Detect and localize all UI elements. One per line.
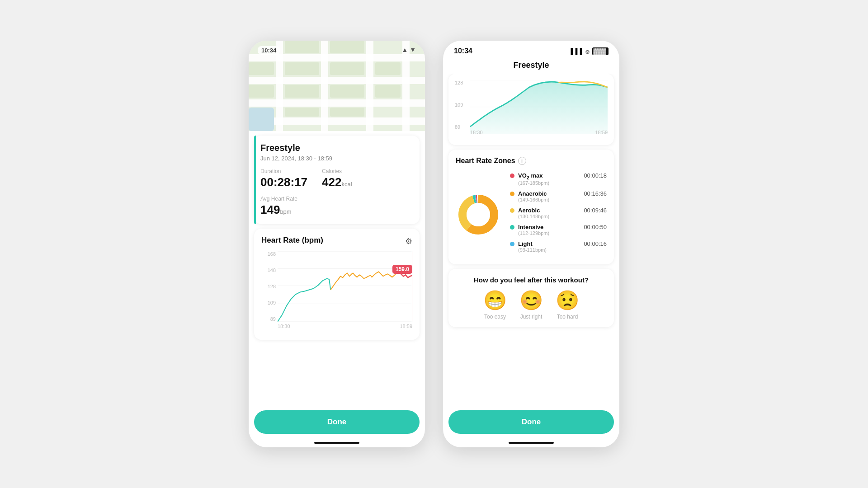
too-hard-emoji: 😟 [556,291,579,310]
svg-rect-20 [330,108,364,117]
hr-x-start: 18:30 [278,324,290,333]
stats-row: Duration 00:28:17 Calories 422kcal [260,168,412,189]
hr-line-chart-card: 128 109 89 [448,74,614,145]
zone-dot-light [510,242,514,246]
hr-line-x-labels: 18:30 18:59 [470,130,608,139]
svg-rect-2 [249,77,425,84]
zone-info-vo2max: VO2 max (167-185bpm) [518,172,580,186]
calories-stat: Calories 422kcal [322,168,352,189]
avg-hr-label: Avg Heart Rate [260,196,412,202]
duration-stat: Duration 00:28:17 [260,168,307,189]
done-button-left[interactable]: Done [254,410,420,434]
zones-title: Heart Rate Zones i [456,157,607,165]
zone-dot-aerobic [510,208,514,213]
left-scroll-area[interactable]: Freestyle Jun 12, 2024, 18:30 - 18:59 Du… [249,131,425,447]
svg-rect-4 [249,117,425,125]
zone-range-aerobic: (130-148bpm) [518,214,580,219]
map-time-badge: 10:34 [258,46,280,55]
svg-rect-1 [249,54,425,61]
svg-rect-8 [402,41,410,131]
hr-line-y-89: 89 [455,124,468,130]
too-hard-label: Too hard [557,314,578,320]
zone-name-anaerobic: Anaerobic [518,190,580,197]
hr-chart-svg-area: 159.0 [278,251,412,322]
hr-x-labels: 18:30 18:59 [278,324,412,333]
feeling-options: 😁 Too easy 😊 Just right 😟 Too hard [456,291,607,320]
calories-value: 422kcal [322,175,352,189]
svg-rect-16 [330,85,364,98]
done-button-right[interactable]: Done [448,410,614,434]
duration-value: 00:28:17 [260,175,307,189]
just-right-label: Just right [520,314,542,320]
zone-dot-anaerobic [510,192,514,196]
zone-name-vo2max: VO2 max [518,172,580,180]
zone-time-light: 00:00:16 [584,240,607,247]
calories-label: Calories [322,168,352,174]
just-right-emoji: 😊 [519,291,543,310]
zone-time-anaerobic: 00:16:36 [584,190,607,197]
svg-rect-10 [330,41,364,53]
svg-rect-18 [249,85,274,98]
svg-rect-9 [285,41,319,53]
hr-y-label-128: 128 [261,284,276,289]
hr-line-x-end: 18:59 [595,130,608,139]
hr-line-chart: 128 109 89 [455,80,608,139]
hr-line-svg [470,80,608,134]
workout-date: Jun 12, 2024, 18:30 - 18:59 [260,155,412,162]
hr-tooltip: 159.0 [392,265,412,274]
svg-rect-17 [375,85,401,98]
zone-range-intensive: (112-129bpm) [518,230,580,236]
svg-rect-7 [366,41,373,131]
svg-point-35 [467,203,490,226]
workout-title: Freestyle [260,143,412,153]
battery-icon: ▓▓▓ [592,47,609,55]
accent-bar [254,136,256,224]
svg-rect-3 [249,99,425,107]
zone-range-light: (93-111bpm) [518,247,580,253]
hr-y-label-109: 109 [261,300,276,305]
hr-chart-options-icon[interactable]: ⚙ [405,236,412,246]
hr-y-labels: 168 148 128 109 89 [261,251,276,322]
status-time: 10:34 [454,47,472,55]
zone-name-aerobic: Aerobic [518,207,580,214]
duration-label: Duration [260,168,307,174]
zone-item-vo2max: VO2 max (167-185bpm) 00:00:18 [510,172,607,186]
map-area: 10:34 ▲ ▼ [249,41,425,131]
zones-content: VO2 max (167-185bpm) 00:00:18 Anaerobic … [456,172,607,257]
hr-y-label-148: 148 [261,267,276,273]
zone-dot-intensive [510,225,514,230]
feeling-card: How do you feel after this workout? 😁 To… [448,269,614,327]
workout-summary-card: Freestyle Jun 12, 2024, 18:30 - 18:59 Du… [254,136,420,224]
zone-time-aerobic: 00:09:46 [584,207,607,214]
svg-rect-13 [375,62,401,75]
svg-rect-11 [285,62,319,75]
hr-line-y-128: 128 [455,80,468,85]
svg-rect-14 [249,62,274,75]
svg-rect-15 [285,85,319,98]
right-scroll-area[interactable]: 128 109 89 [443,74,619,447]
hr-x-end: 18:59 [400,324,412,333]
svg-rect-6 [321,41,328,131]
zone-info-aerobic: Aerobic (130-148bpm) [518,207,580,219]
zone-info-intensive: Intensive (112-129bpm) [518,224,580,236]
feeling-too-easy[interactable]: 😁 Too easy [483,291,507,320]
feeling-just-right[interactable]: 😊 Just right [519,291,543,320]
home-indicator-right [509,442,554,444]
status-icons: ▐▐▐ ⌾ ▓▓▓ [569,47,609,55]
zones-list: VO2 max (167-185bpm) 00:00:18 Anaerobic … [510,172,607,257]
svg-rect-19 [285,108,319,117]
too-easy-label: Too easy [484,314,506,320]
zone-name-light: Light [518,240,580,247]
zones-card: Heart Rate Zones i [448,150,614,264]
signal-icon: ▐▐▐ [569,48,583,55]
zone-item-aerobic: Aerobic (130-148bpm) 00:09:46 [510,207,607,219]
zone-item-anaerobic: Anaerobic (149-166bpm) 00:16:36 [510,190,607,202]
feeling-too-hard[interactable]: 😟 Too hard [556,291,579,320]
svg-rect-12 [330,62,364,75]
home-indicator-left [314,442,359,444]
zone-item-intensive: Intensive (112-129bpm) 00:00:50 [510,224,607,236]
zone-item-light: Light (93-111bpm) 00:00:16 [510,240,607,253]
hr-line-y-109: 109 [455,102,468,108]
too-easy-emoji: 😁 [483,291,507,310]
zones-info-icon[interactable]: i [518,157,526,165]
